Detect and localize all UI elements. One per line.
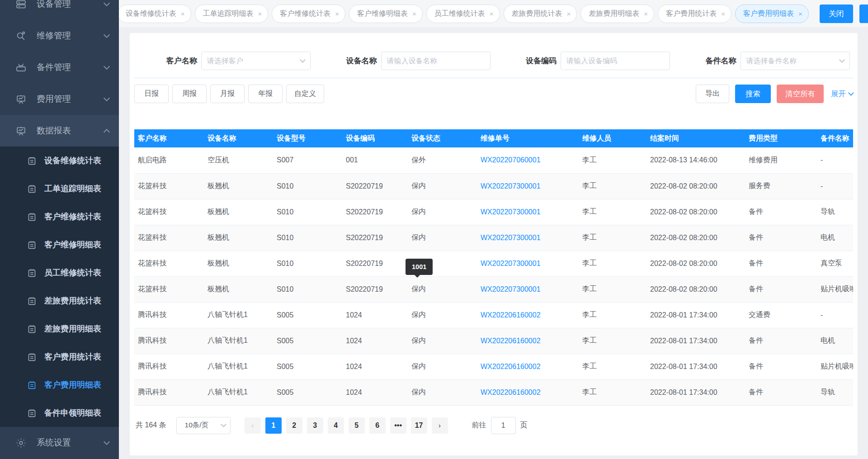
- export-button[interactable]: 导出: [696, 85, 729, 103]
- sidebar-report-item[interactable]: 工单追踪明细表: [0, 175, 119, 203]
- filter-input[interactable]: [561, 52, 670, 70]
- table-cell: 2022-08-02 08:20:00: [646, 225, 745, 251]
- filter-field-input[interactable]: [566, 57, 664, 65]
- table-cell: WX202207060001: [477, 147, 579, 173]
- close-icon[interactable]: ×: [798, 10, 802, 17]
- sidebar-item-system-settings[interactable]: 系统设置: [0, 427, 119, 459]
- sidebar-report-item[interactable]: 差旅费用明细表: [0, 315, 119, 343]
- board-display-button[interactable]: 看板展示: [859, 5, 868, 23]
- page-button[interactable]: 6: [369, 417, 386, 434]
- expand-toggle[interactable]: 展开: [831, 89, 853, 99]
- tab[interactable]: 客户费用明细表 ×: [735, 5, 809, 23]
- close-icon[interactable]: ×: [335, 10, 339, 17]
- sidebar-item-data-reports[interactable]: 数据报表: [0, 115, 119, 147]
- close-icon[interactable]: ×: [181, 10, 185, 17]
- goto-page-input[interactable]: [491, 417, 516, 434]
- close-icon[interactable]: ×: [567, 10, 571, 17]
- table-cell: 2022-08-01 17:34:00: [646, 354, 745, 379]
- table-cell: S20220719: [342, 251, 408, 276]
- tab-label: 客户费用明细表: [743, 9, 794, 19]
- divider: [134, 78, 853, 78]
- range-button[interactable]: 周报: [172, 85, 207, 103]
- table-cell: 板翘机: [204, 225, 273, 251]
- tab[interactable]: 客户费用统计表 ×: [658, 5, 731, 23]
- pager-more-button[interactable]: •••: [390, 417, 406, 434]
- page-button[interactable]: 1: [265, 417, 282, 434]
- sidebar-item-expense-management[interactable]: 费用管理: [0, 83, 119, 115]
- sidebar-item-repair-management[interactable]: 维修管理: [0, 20, 119, 52]
- repair-order-link[interactable]: WX202206160002: [481, 311, 541, 319]
- repair-order-link[interactable]: WX202207060001: [481, 156, 541, 164]
- filter-field-input[interactable]: [387, 57, 485, 65]
- table-cell: 八轴飞针机1: [204, 302, 273, 328]
- filter-field-input[interactable]: [746, 57, 840, 65]
- sidebar-report-item[interactable]: 客户费用统计表: [0, 343, 119, 371]
- table-cell: 八轴飞针机1: [204, 379, 273, 405]
- tab[interactable]: 差旅费用明细表 ×: [580, 5, 654, 23]
- table-cell: S20220719: [342, 276, 408, 302]
- tab[interactable]: 差旅费用统计表 ×: [504, 5, 577, 23]
- table-cell: 备件: [745, 328, 817, 354]
- table-row: 腾讯科技八轴飞针机1S0051024保内WX202206160002李工2022…: [134, 302, 853, 328]
- table-cell: 备件: [745, 379, 817, 405]
- page-size-select[interactable]: 10条/页: [176, 417, 231, 434]
- toolbox-icon: [15, 62, 27, 73]
- repair-order-link[interactable]: WX202207300001: [481, 208, 541, 216]
- filter-field-input[interactable]: [207, 57, 301, 65]
- table-cell: 李工: [579, 328, 646, 354]
- page-button[interactable]: 5: [349, 417, 365, 434]
- repair-order-link[interactable]: WX202206160002: [481, 388, 541, 396]
- repair-order-link[interactable]: WX202207300001: [481, 260, 541, 267]
- sidebar-report-item[interactable]: 客户维修明细表: [0, 231, 119, 259]
- close-icon[interactable]: ×: [412, 10, 416, 17]
- close-icon[interactable]: ×: [258, 10, 262, 17]
- close-tabs-button[interactable]: 关闭: [820, 5, 853, 23]
- clear-all-button[interactable]: 清空所有: [777, 85, 824, 103]
- close-icon[interactable]: ×: [490, 10, 494, 17]
- table-cell: 交通费: [745, 302, 817, 328]
- filter-select[interactable]: [201, 52, 311, 70]
- range-button[interactable]: 月报: [210, 85, 245, 103]
- page-button[interactable]: 2: [286, 417, 302, 434]
- tab[interactable]: 员工维修统计表 ×: [426, 5, 500, 23]
- close-icon[interactable]: ×: [721, 10, 725, 17]
- filter-input[interactable]: [381, 52, 491, 70]
- range-button[interactable]: 年报: [248, 85, 283, 103]
- repair-order-link[interactable]: WX202207300001: [481, 234, 541, 241]
- sidebar-item-label: 维修管理: [37, 30, 104, 42]
- page-button[interactable]: 3: [307, 417, 323, 434]
- tab[interactable]: 工单追踪明细表 ×: [195, 5, 269, 23]
- search-button[interactable]: 搜索: [735, 85, 771, 103]
- table-cell: 空压机: [204, 147, 273, 173]
- sidebar-report-item[interactable]: 设备维修统计表: [0, 147, 119, 175]
- pagination: 共 164 条 10条/页 ‹ 123456•••17 › 前往 页: [134, 417, 853, 434]
- tab[interactable]: 设备维修统计表 ×: [119, 5, 191, 23]
- sidebar-report-item[interactable]: 差旅费用统计表: [0, 287, 119, 315]
- sidebar-item-spareparts-management[interactable]: 备件管理: [0, 52, 119, 83]
- page-button[interactable]: 4: [328, 417, 344, 434]
- next-page-button[interactable]: ›: [432, 417, 448, 434]
- repair-order-link[interactable]: WX202207300001: [481, 182, 541, 190]
- table-cell: 电机: [817, 328, 853, 354]
- sidebar-report-item-label: 设备维修统计表: [44, 155, 101, 166]
- sidebar-report-item[interactable]: 备件申领明细表: [0, 399, 119, 427]
- repair-order-link[interactable]: WX202206160002: [481, 337, 541, 345]
- tab[interactable]: 客户维修统计表 ×: [272, 5, 345, 23]
- prev-page-button[interactable]: ‹: [245, 417, 261, 434]
- range-button[interactable]: 自定义: [286, 85, 324, 103]
- repair-order-link[interactable]: WX202206160002: [481, 363, 541, 370]
- page-button[interactable]: 17: [411, 417, 427, 434]
- range-button[interactable]: 日报: [134, 85, 169, 103]
- filter-select[interactable]: [741, 52, 850, 70]
- table-cell: 保内: [408, 354, 477, 379]
- close-icon[interactable]: ×: [644, 10, 648, 17]
- repair-order-link[interactable]: WX202207300001: [481, 285, 541, 293]
- table-cell: WX202206160002: [477, 328, 579, 354]
- sidebar-item-device-management[interactable]: 设备管理: [0, 0, 119, 20]
- table-row: 花篮科技板翘机S010S20220719保内WX202207300001李工20…: [134, 173, 853, 199]
- tab[interactable]: 客户维修明细表 ×: [349, 5, 423, 23]
- sidebar-report-item[interactable]: 客户维修统计表: [0, 203, 119, 231]
- sidebar-report-item[interactable]: 员工维修统计表: [0, 259, 119, 287]
- sidebar-report-item[interactable]: 客户费用明细表: [0, 371, 119, 399]
- table-cell: 李工: [579, 225, 646, 251]
